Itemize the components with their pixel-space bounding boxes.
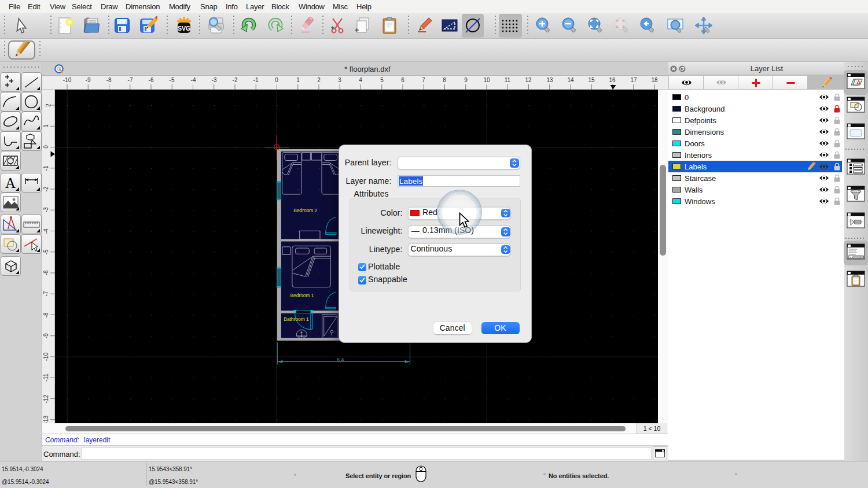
svg-text:-1: -1 [43,165,49,171]
svg-text:-7: -7 [128,77,133,83]
svg-text:13: 13 [546,77,553,83]
svg-text:8: 8 [443,77,446,83]
svg-text:4: 4 [359,77,362,83]
svg-text:Bathroom 1: Bathroom 1 [284,316,309,322]
svg-text:C command: C command [849,256,864,258]
svg-text:-5: -5 [170,77,175,83]
svg-text:-9: -9 [86,77,91,83]
svg-text:18: 18 [651,77,658,83]
svg-text:11: 11 [505,77,511,83]
svg-text:10: 10 [483,77,490,83]
svg-text:-10: -10 [43,352,49,361]
svg-text:-6: -6 [43,270,49,275]
svg-text:6.4: 6.4 [337,357,344,363]
svg-text:-1: -1 [253,77,259,83]
svg-text:9: 9 [464,77,468,83]
svg-text:14: 14 [567,77,574,83]
svg-text:-13: -13 [43,415,49,423]
svg-text:2: 2 [317,77,321,83]
svg-text:SVG: SVG [178,25,190,32]
svg-text:-5: -5 [43,249,49,254]
svg-text:Bedroom 2: Bedroom 2 [293,208,317,213]
svg-text:-12: -12 [43,394,49,403]
svg-text:-11: -11 [43,374,49,382]
svg-text:15: 15 [588,77,595,83]
svg-text:2: 2 [45,103,52,107]
svg-text:-9: -9 [43,333,49,338]
svg-text:0: 0 [275,77,278,83]
svg-text:A: A [5,175,16,191]
svg-text:-6: -6 [149,77,154,83]
svg-text:-3: -3 [212,77,217,83]
svg-text:-2: -2 [233,77,238,83]
svg-text:16: 16 [609,77,616,83]
svg-text:-4: -4 [43,228,49,234]
svg-text:-2: -2 [43,186,49,191]
svg-text:-7: -7 [43,291,49,296]
svg-text:0: 0 [43,145,49,149]
svg-text:-10: -10 [63,77,72,83]
svg-text:3: 3 [338,77,341,83]
svg-text:Bedroom 1: Bedroom 1 [290,293,314,298]
svg-text:7: 7 [422,77,425,83]
svg-text:17: 17 [630,77,637,83]
svg-text:-4: -4 [191,77,196,83]
svg-text:5: 5 [380,77,384,83]
svg-text:-3: -3 [43,207,49,212]
svg-text:6: 6 [401,77,404,83]
svg-text:1: 1 [296,77,300,83]
svg-text:-8: -8 [43,312,49,317]
svg-text:12: 12 [525,77,532,83]
svg-text:-8: -8 [106,77,112,83]
svg-text:1: 1 [43,124,49,128]
